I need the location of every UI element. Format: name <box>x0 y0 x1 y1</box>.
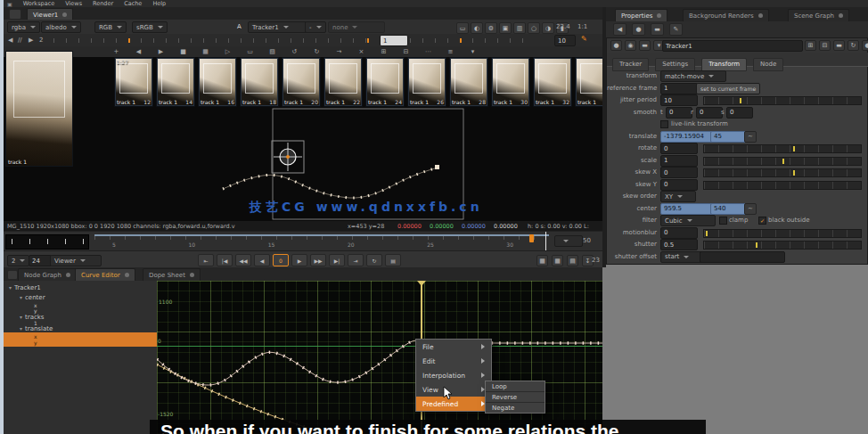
motionblur-field[interactable]: 0 <box>660 227 698 239</box>
menu-item-file[interactable]: File <box>416 340 491 354</box>
viewer-tool-icon[interactable]: ○ <box>528 22 540 34</box>
submenu-item-loop[interactable]: Loop <box>486 381 545 391</box>
viewer-tab[interactable]: Viewer1 <box>27 8 73 20</box>
properties-toolbar-icon[interactable]: ✎ <box>669 23 683 36</box>
scale-slider[interactable] <box>703 157 862 166</box>
panel-header-icon[interactable]: ▬ <box>833 40 845 51</box>
panel-header-icon[interactable]: ▬ <box>639 40 651 51</box>
center-y-field[interactable]: 540 <box>710 203 746 215</box>
viewer-option-icon[interactable]: ▦ <box>536 255 548 266</box>
tree-node-tracker1[interactable]: ▾Tracker1 <box>9 284 41 291</box>
menu-item-view[interactable]: View <box>416 382 491 397</box>
step-back-button[interactable]: ◀ <box>254 254 270 266</box>
shutter-offset-dropdown[interactable]: start <box>660 251 703 263</box>
keyframe-tickstrip-2[interactable] <box>410 38 535 43</box>
tracker-tool-icon[interactable]: ⊞ <box>380 48 388 56</box>
tracker-tool-icon[interactable]: + <box>112 48 120 56</box>
smooth-r-field[interactable]: 0 <box>696 107 723 119</box>
viewer-lut-dropdown[interactable]: sRGB <box>132 21 168 33</box>
annotate-pencil-icon[interactable]: ✎ <box>581 35 587 43</box>
playback-viewer-dropdown[interactable]: Viewer <box>50 255 102 266</box>
viewer-tool-icon[interactable]: ▥ <box>513 22 526 34</box>
tab-settings[interactable]: Settings <box>655 58 695 71</box>
tab-node[interactable]: Node <box>753 58 783 71</box>
frame-range-box[interactable] <box>5 234 89 250</box>
livelink-checkbox[interactable] <box>660 120 668 128</box>
prev-keyframe-button[interactable]: |◀ <box>217 254 233 266</box>
layer2-dropdown[interactable]: albedo <box>41 21 81 33</box>
skew-y-field[interactable]: 0 <box>660 179 698 191</box>
black-outside-checkbox[interactable]: ✓ <box>758 217 766 225</box>
tree-node-translate-y[interactable]: y <box>34 340 37 346</box>
tracker-tool-icon[interactable]: ↺ <box>291 48 299 56</box>
viewer-tool-icon[interactable]: ⚙ <box>485 22 497 34</box>
pane-menu-icon[interactable] <box>7 270 18 280</box>
menu-item-predefined[interactable]: Predefined <box>416 397 491 411</box>
panel-header-icon[interactable]: ● <box>862 40 868 51</box>
menu-item[interactable]: Render <box>93 0 113 7</box>
timeline-ruler[interactable]: 51015202530 <box>94 234 549 250</box>
tab-curve-editor[interactable]: Curve Editor <box>75 268 135 281</box>
keyframe-thumbnail[interactable]: track 1 30 <box>491 57 530 107</box>
filter-dropdown[interactable]: Cubic <box>660 215 716 226</box>
tab-close-icon[interactable] <box>62 12 67 17</box>
skew-y-slider[interactable] <box>703 181 862 190</box>
tab-properties[interactable]: Properties <box>615 9 667 21</box>
keyframe-thumbnail[interactable]: track 1 16 <box>198 57 237 107</box>
translate-y-field[interactable]: 45 <box>710 131 746 143</box>
keyframe-marker[interactable] <box>460 38 462 43</box>
fps-field[interactable]: 24 <box>29 255 52 266</box>
tab-close-icon[interactable] <box>66 273 70 277</box>
translate-x-field[interactable]: -1379.15904 <box>660 131 714 143</box>
tab-close-icon[interactable] <box>758 13 763 18</box>
tab-close-icon[interactable] <box>839 13 843 18</box>
tab-scene-graph[interactable]: Scene Graph <box>788 9 849 21</box>
display-channels-dropdown[interactable]: RGB <box>94 21 127 33</box>
panel-header-icon[interactable]: ● <box>610 40 622 51</box>
skew-x-slider[interactable] <box>703 168 862 177</box>
current-frame-button[interactable]: 0 <box>273 254 289 266</box>
menu-item[interactable]: Views <box>65 0 82 7</box>
goto-start-button[interactable]: ⇤ <box>198 254 214 266</box>
keyframe-thumbnail[interactable]: track 1 26 <box>407 57 446 107</box>
keyframe-thumbnail[interactable]: track 1 20 <box>282 57 321 107</box>
keyframe-thumbnail[interactable]: track 1 18 <box>240 57 279 107</box>
keyframe-thumbnail[interactable]: track 1 22 <box>323 57 363 107</box>
current-key-field[interactable]: 1 <box>380 35 408 46</box>
zoom-level[interactable]: 22.4 <box>556 23 570 30</box>
tracker-tool-icon[interactable]: × <box>357 48 365 56</box>
viewer-tool-icon[interactable]: ◑ <box>542 22 554 34</box>
tracker-tool-icon[interactable]: ⋯ <box>424 48 432 56</box>
tracker-tool-icon[interactable]: ⊟ <box>402 48 410 56</box>
loop-mode-button[interactable]: ↻ <box>366 254 382 266</box>
goto-end-button[interactable]: ⇥ <box>348 254 364 266</box>
track-patch-preview[interactable]: track 1 <box>5 51 73 167</box>
viewer-option-icon[interactable]: ▦ <box>552 255 563 266</box>
panel-header-icon[interactable]: ⊞ <box>805 40 816 51</box>
jitter-period-field[interactable]: 10 <box>660 94 698 106</box>
tracker-tool-icon[interactable]: ▾ <box>469 48 477 56</box>
tree-node-center-y[interactable]: y <box>34 307 37 314</box>
tab-node-graph[interactable]: Node Graph <box>18 268 77 281</box>
range-dropdown[interactable] <box>554 235 583 247</box>
keyframe-thumbnail[interactable]: track 1 32 <box>533 57 572 107</box>
tree-node-center[interactable]: ▾center <box>20 294 45 301</box>
tab-transform[interactable]: Transform <box>701 58 747 71</box>
keyframe-marker[interactable] <box>128 38 130 43</box>
scale-field[interactable]: 1 <box>660 155 698 167</box>
viewer-tool-icon[interactable]: ◐ <box>471 22 483 34</box>
rotate-slider[interactable] <box>703 144 862 153</box>
panel-header-icon[interactable]: ↻ <box>848 40 859 51</box>
play-backward-fast-button[interactable]: ◀◀ <box>235 254 251 266</box>
clamp-checkbox[interactable] <box>719 217 727 225</box>
next-keyframe-button[interactable]: ▶| <box>329 254 345 266</box>
tab-tracker[interactable]: Tracker <box>612 58 649 71</box>
pane-menu-icon[interactable] <box>9 9 21 20</box>
tab-close-icon[interactable] <box>190 273 194 277</box>
step-forward-button[interactable]: ▶ <box>291 254 307 266</box>
keyframe-thumbnail[interactable]: track 1 14 <box>156 57 195 107</box>
tab-close-icon[interactable] <box>657 13 661 18</box>
tracker-tool-icon[interactable]: ▶ <box>157 48 165 56</box>
submenu-item-reverse[interactable]: Reverse <box>486 391 545 402</box>
menu-item-edit[interactable]: Edit <box>416 354 491 368</box>
